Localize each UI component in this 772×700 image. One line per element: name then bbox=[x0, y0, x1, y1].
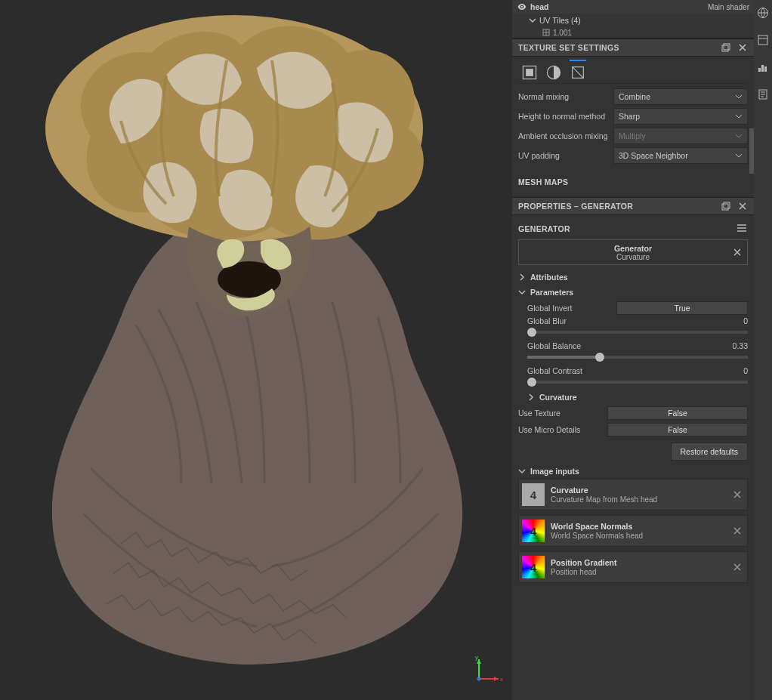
svg-text:y: y bbox=[475, 655, 478, 661]
generator-title: Generator bbox=[614, 244, 652, 253]
svg-rect-13 bbox=[722, 45, 728, 51]
tab-uv[interactable] bbox=[570, 64, 586, 81]
ao-mixing-dropdown[interactable]: Multiply bbox=[613, 128, 748, 144]
input-name: Curvature bbox=[551, 486, 657, 495]
normal-mixing-dropdown[interactable]: Combine bbox=[613, 88, 748, 105]
chevron-down-icon bbox=[735, 93, 743, 100]
input-name: Position Gradient bbox=[551, 558, 617, 567]
layer-list: head Main shader UV Tiles (4) 1.001 bbox=[512, 0, 754, 39]
chevron-right-icon bbox=[518, 273, 526, 281]
input-sub: Curvature Map from Mesh head bbox=[551, 495, 657, 504]
map-thumbnail: 4 bbox=[522, 556, 545, 578]
svg-rect-21 bbox=[724, 202, 730, 208]
chevron-down-icon bbox=[735, 132, 743, 140]
properties-header: PROPERTIES – GENERATOR bbox=[512, 197, 754, 215]
input-sub: Position head bbox=[551, 568, 617, 576]
svg-rect-25 bbox=[758, 68, 761, 72]
chevron-down-icon bbox=[518, 467, 526, 475]
clear-input-icon[interactable] bbox=[732, 526, 743, 536]
restore-panel-icon[interactable] bbox=[721, 42, 731, 53]
use-micro-label: Use Micro Details bbox=[518, 425, 601, 434]
generator-section-label: GENERATOR bbox=[518, 224, 570, 233]
generator-slot[interactable]: Generator Curvature bbox=[518, 239, 748, 265]
tool-globe[interactable] bbox=[756, 6, 770, 20]
scrollbar[interactable] bbox=[749, 128, 754, 174]
parameters-header[interactable]: Parameters bbox=[518, 288, 748, 297]
image-input-position-gradient[interactable]: 4 Position Gradient Position head bbox=[518, 551, 748, 583]
normal-mixing-label: Normal mixing bbox=[518, 92, 609, 101]
svg-rect-14 bbox=[724, 44, 730, 50]
chevron-down-icon bbox=[529, 17, 536, 24]
global-balance-value[interactable]: 0.33 bbox=[733, 341, 748, 350]
global-blur-label: Global Blur bbox=[527, 316, 567, 325]
close-panel-icon[interactable] bbox=[737, 42, 748, 53]
clear-generator-icon[interactable] bbox=[732, 247, 743, 257]
map-thumbnail: 4 bbox=[522, 520, 545, 542]
texture-set-header: TEXTURE SET SETTINGS bbox=[512, 39, 754, 57]
restore-defaults-button[interactable]: Restore defaults bbox=[671, 443, 748, 461]
height-method-dropdown[interactable]: Sharp bbox=[613, 108, 748, 125]
svg-rect-27 bbox=[764, 66, 767, 72]
viewport-3d[interactable]: x y bbox=[0, 0, 512, 700]
svg-rect-20 bbox=[722, 204, 728, 210]
restore-panel-icon[interactable] bbox=[721, 201, 731, 211]
visibility-icon[interactable] bbox=[517, 2, 527, 12]
tool-panels[interactable] bbox=[756, 33, 770, 47]
chevron-right-icon bbox=[527, 393, 535, 401]
global-contrast-value[interactable]: 0 bbox=[743, 366, 748, 375]
use-texture-label: Use Texture bbox=[518, 409, 601, 418]
svg-line-19 bbox=[573, 66, 584, 78]
curvature-header[interactable]: Curvature bbox=[518, 393, 748, 402]
image-input-world-space-normals[interactable]: 4 World Space Normals World Space Normal… bbox=[518, 515, 748, 547]
generator-subtitle: Curvature bbox=[616, 253, 650, 261]
chevron-down-icon bbox=[518, 288, 526, 296]
global-balance-label: Global Balance bbox=[527, 341, 581, 350]
uv-tiles-row[interactable]: UV Tiles (4) bbox=[512, 14, 754, 27]
tool-histogram[interactable] bbox=[756, 60, 770, 74]
properties-body: GENERATOR Generator Curvature Attributes… bbox=[512, 215, 754, 595]
clear-input-icon[interactable] bbox=[732, 562, 743, 572]
layer-head-row[interactable]: head Main shader bbox=[512, 0, 754, 14]
clear-input-icon[interactable] bbox=[732, 489, 743, 500]
model-preview bbox=[0, 0, 512, 700]
svg-point-9 bbox=[521, 6, 523, 8]
close-panel-icon[interactable] bbox=[737, 201, 748, 211]
svg-rect-16 bbox=[526, 69, 533, 76]
ao-mixing-label: Ambient occlusion mixing bbox=[518, 131, 609, 140]
uv-padding-dropdown[interactable]: 3D Space Neighbor bbox=[613, 147, 748, 164]
attributes-header[interactable]: Attributes bbox=[518, 273, 748, 282]
tab-general[interactable] bbox=[521, 64, 538, 81]
use-texture-toggle[interactable]: False bbox=[607, 406, 748, 420]
shader-label[interactable]: Main shader bbox=[708, 3, 749, 11]
svg-marker-3 bbox=[494, 677, 499, 681]
image-inputs-header[interactable]: Image inputs bbox=[518, 467, 748, 476]
global-balance-slider[interactable] bbox=[527, 356, 748, 359]
input-name: World Space Normals bbox=[551, 522, 643, 531]
global-blur-slider[interactable] bbox=[527, 331, 748, 334]
chevron-down-icon bbox=[735, 113, 743, 120]
global-invert-label: Global Invert bbox=[527, 304, 610, 313]
slider-thumb[interactable] bbox=[595, 353, 604, 362]
layer-name: head bbox=[530, 2, 708, 11]
chevron-down-icon bbox=[735, 152, 743, 159]
global-blur-value[interactable]: 0 bbox=[743, 316, 748, 325]
menu-icon[interactable] bbox=[736, 222, 748, 234]
tool-notes[interactable] bbox=[756, 88, 770, 101]
global-invert-toggle[interactable]: True bbox=[616, 301, 748, 315]
slider-thumb[interactable] bbox=[527, 378, 536, 387]
global-contrast-slider[interactable] bbox=[527, 381, 748, 384]
tab-shading[interactable] bbox=[545, 64, 562, 81]
uv-tile-label: 1.001 bbox=[553, 29, 572, 37]
image-input-curvature[interactable]: 4 Curvature Curvature Map from Mesh head bbox=[518, 479, 748, 510]
slider-thumb[interactable] bbox=[527, 328, 536, 337]
right-toolstrip bbox=[754, 0, 772, 700]
uv-padding-label: UV padding bbox=[518, 151, 609, 160]
sidebar: head Main shader UV Tiles (4) 1.001 TEXT… bbox=[512, 0, 754, 700]
svg-text:x: x bbox=[500, 676, 503, 683]
uv-tile-item[interactable]: 1.001 bbox=[512, 27, 754, 38]
svg-rect-23 bbox=[758, 35, 767, 45]
use-micro-toggle[interactable]: False bbox=[607, 423, 748, 436]
texture-set-body: Normal mixing Combine Height to normal m… bbox=[512, 57, 754, 197]
global-contrast-label: Global Contrast bbox=[527, 366, 582, 375]
axis-gizmo[interactable]: x y bbox=[473, 655, 503, 685]
